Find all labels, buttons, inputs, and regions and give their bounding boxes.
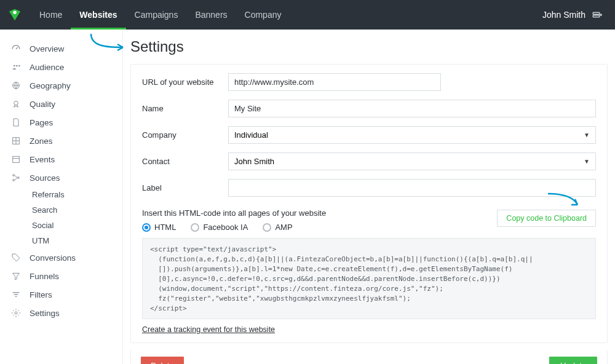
- gear-icon: [11, 308, 21, 318]
- code-box[interactable]: <script type="text/javascript"> (functio…: [142, 238, 596, 319]
- badge-icon: [11, 99, 21, 109]
- calendar-icon: [11, 154, 21, 164]
- svg-rect-1: [593, 12, 600, 14]
- svg-rect-2: [593, 15, 600, 17]
- svg-point-3: [600, 14, 601, 15]
- sidebar-item-events[interactable]: Events: [0, 150, 122, 168]
- sources-icon: [11, 173, 21, 183]
- people-icon: [11, 62, 21, 72]
- sidebar-item-quality[interactable]: Quality: [0, 95, 122, 113]
- topnav-websites[interactable]: Websites: [71, 2, 125, 30]
- chevron-down-icon: ▼: [584, 132, 590, 138]
- svg-point-5: [14, 65, 15, 67]
- delete-button[interactable]: Delete: [141, 357, 184, 364]
- radio-html[interactable]: HTML: [142, 223, 176, 232]
- radio-dot-icon: [142, 223, 151, 232]
- sidebar-item-audience[interactable]: Audience: [0, 58, 122, 76]
- sidebar-item-zones[interactable]: Zones: [0, 132, 122, 150]
- sidebar-sub-referrals[interactable]: Referrals: [0, 187, 122, 202]
- sidebar-item-pages[interactable]: Pages: [0, 113, 122, 132]
- svg-point-21: [15, 312, 17, 314]
- filter-lines-icon: [11, 290, 21, 299]
- panel-footer: Delete Update: [130, 350, 608, 364]
- company-select[interactable]: Individual ▼: [228, 126, 596, 144]
- topnav-campaigns[interactable]: Campaigns: [126, 2, 187, 30]
- sidebar-item-filters[interactable]: Filters: [0, 285, 122, 304]
- contact-label: Contact: [142, 157, 228, 166]
- code-heading: Insert this HTML-code into all pages of …: [131, 205, 497, 220]
- page-title: Settings: [123, 30, 615, 64]
- label-input[interactable]: [228, 179, 596, 197]
- svg-rect-13: [13, 156, 20, 162]
- globe-icon: [11, 81, 21, 90]
- radio-facebook-ia[interactable]: Facebook IA: [191, 223, 248, 232]
- svg-point-17: [18, 177, 20, 179]
- radio-dot-icon: [263, 223, 271, 232]
- sidebar-sub-social[interactable]: Social: [0, 218, 122, 233]
- url-input[interactable]: [228, 73, 441, 91]
- code-format-radios: HTML Facebook IA AMP: [131, 220, 497, 238]
- zone-icon: [11, 136, 21, 146]
- contact-select[interactable]: John Smith ▼: [228, 152, 596, 170]
- svg-line-4: [16, 47, 18, 49]
- svg-point-7: [18, 65, 20, 67]
- user-settings-icon: [592, 9, 603, 20]
- url-label: URL of your website: [142, 77, 228, 87]
- settings-panel: URL of your website Name Company Individ…: [130, 64, 608, 343]
- sidebar-item-sources[interactable]: Sources: [0, 168, 122, 187]
- topbar: Home Websites Campaigns Banners Company …: [0, 0, 615, 30]
- topnav-home[interactable]: Home: [31, 2, 71, 30]
- name-label: Name: [142, 104, 228, 113]
- copy-code-button[interactable]: Copy code to Clipboard: [497, 210, 596, 227]
- funnel-icon: [11, 271, 21, 281]
- user-menu[interactable]: John Smith: [542, 9, 603, 20]
- sidebar-sub-search[interactable]: Search: [0, 202, 122, 218]
- svg-point-16: [13, 180, 15, 181]
- tag-icon: [11, 253, 21, 263]
- svg-point-15: [13, 175, 15, 176]
- create-tracking-event-link[interactable]: Create a tracking event for this website: [142, 325, 275, 334]
- user-name: John Smith: [542, 10, 585, 20]
- svg-point-9: [14, 101, 18, 105]
- svg-point-0: [13, 11, 17, 14]
- sidebar-item-settings[interactable]: Settings: [0, 304, 122, 322]
- chevron-down-icon: ▼: [584, 158, 590, 165]
- update-button[interactable]: Update: [549, 357, 597, 364]
- label-label: Label: [142, 183, 228, 192]
- sidebar: Overview Audience Geography Quality Page…: [0, 30, 123, 364]
- sidebar-item-conversions[interactable]: Conversions: [0, 248, 122, 267]
- sidebar-item-geography[interactable]: Geography: [0, 76, 122, 95]
- page-icon: [11, 117, 21, 127]
- sidebar-sub-utm[interactable]: UTM: [0, 233, 122, 248]
- sidebar-item-funnels[interactable]: Funnels: [0, 267, 122, 285]
- radio-dot-icon: [191, 223, 199, 232]
- topnav-banners[interactable]: Banners: [186, 2, 236, 30]
- company-label: Company: [142, 130, 228, 140]
- radio-amp[interactable]: AMP: [263, 223, 292, 232]
- logo-icon: [7, 7, 22, 22]
- gauge-icon: [11, 44, 21, 53]
- svg-point-6: [16, 65, 18, 67]
- name-input[interactable]: [228, 100, 596, 117]
- sidebar-item-overview[interactable]: Overview: [0, 39, 122, 58]
- topnav: Home Websites Campaigns Banners Company: [31, 0, 290, 30]
- topnav-company[interactable]: Company: [236, 2, 290, 30]
